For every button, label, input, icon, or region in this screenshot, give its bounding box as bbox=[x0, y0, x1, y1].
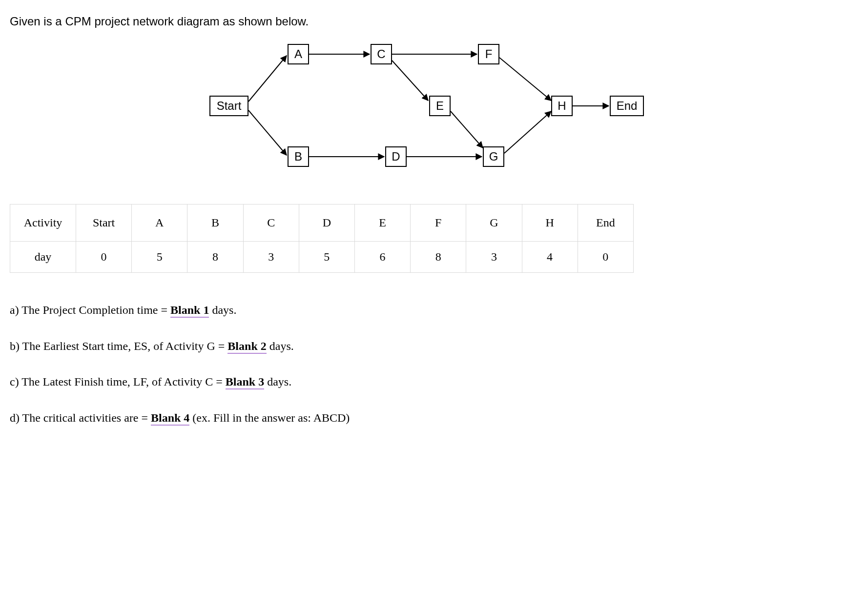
table-day-cell: 5 bbox=[299, 242, 354, 273]
blank-4[interactable]: Blank 4 bbox=[151, 411, 189, 426]
row-label-activity: Activity bbox=[10, 204, 76, 242]
node-h: H bbox=[551, 96, 573, 116]
table-header-cell: H bbox=[522, 204, 578, 242]
table-day-cell: 3 bbox=[243, 242, 299, 273]
table-day-cell: 5 bbox=[132, 242, 187, 273]
question-d-pre: d) The critical activities are = bbox=[10, 411, 151, 424]
node-c: C bbox=[371, 44, 392, 64]
table-day-cell: 8 bbox=[187, 242, 243, 273]
node-f: F bbox=[478, 44, 499, 64]
node-b: B bbox=[288, 146, 309, 167]
svg-line-7 bbox=[451, 111, 483, 148]
table-header-cell: A bbox=[132, 204, 187, 242]
blank-2[interactable]: Blank 2 bbox=[227, 340, 266, 354]
table-header-cell: E bbox=[354, 204, 410, 242]
table-header-cell: G bbox=[466, 204, 522, 242]
table-header-cell: B bbox=[187, 204, 243, 242]
svg-line-0 bbox=[248, 56, 287, 102]
svg-line-1 bbox=[248, 110, 287, 155]
table-header-cell: Start bbox=[76, 204, 132, 242]
table-header-cell: D bbox=[299, 204, 354, 242]
page: Given is a CPM project network diagram a… bbox=[0, 0, 868, 612]
questions: a) The Project Completion time = Blank 1… bbox=[10, 302, 858, 426]
node-start: Start bbox=[209, 96, 248, 116]
table-day-cell: 8 bbox=[411, 242, 466, 273]
question-c-post: days. bbox=[264, 375, 291, 388]
table-row: day 0 5 8 3 5 6 8 3 4 0 bbox=[10, 242, 634, 273]
question-a-post: days. bbox=[209, 304, 236, 316]
svg-line-9 bbox=[504, 111, 551, 153]
node-a: A bbox=[288, 44, 309, 64]
question-a: a) The Project Completion time = Blank 1… bbox=[10, 302, 858, 319]
table-header-cell: C bbox=[243, 204, 299, 242]
cpm-diagram: Start A B C D E F G H End bbox=[209, 38, 659, 184]
table-day-cell: 0 bbox=[578, 242, 633, 273]
table-header-cell: F bbox=[411, 204, 466, 242]
question-d-post: (ex. Fill in the answer as: ABCD) bbox=[189, 411, 350, 424]
intro-text: Given is a CPM project network diagram a… bbox=[10, 15, 858, 28]
svg-line-4 bbox=[392, 61, 428, 101]
activity-table: Activity Start A B C D E F G H End day 0… bbox=[10, 204, 634, 273]
table-day-cell: 4 bbox=[522, 242, 578, 273]
node-g: G bbox=[483, 146, 504, 167]
question-b-pre: b) The Earliest Start time, ES, of Activ… bbox=[10, 340, 227, 352]
question-b: b) The Earliest Start time, ES, of Activ… bbox=[10, 338, 858, 355]
table-row: Activity Start A B C D E F G H End bbox=[10, 204, 634, 242]
table-day-cell: 6 bbox=[354, 242, 410, 273]
diagram-container: Start A B C D E F G H End bbox=[10, 38, 858, 184]
question-b-post: days. bbox=[267, 340, 294, 352]
svg-line-8 bbox=[499, 58, 551, 101]
node-d: D bbox=[385, 146, 407, 167]
table-header-cell: End bbox=[578, 204, 633, 242]
question-c-pre: c) The Latest Finish time, LF, of Activi… bbox=[10, 375, 226, 388]
blank-1[interactable]: Blank 1 bbox=[170, 304, 209, 318]
row-label-day: day bbox=[10, 242, 76, 273]
table-day-cell: 0 bbox=[76, 242, 132, 273]
node-end: End bbox=[610, 96, 644, 116]
question-d: d) The critical activities are = Blank 4… bbox=[10, 410, 858, 427]
node-e: E bbox=[429, 96, 451, 116]
table-day-cell: 3 bbox=[466, 242, 522, 273]
question-c: c) The Latest Finish time, LF, of Activi… bbox=[10, 374, 858, 390]
blank-3[interactable]: Blank 3 bbox=[226, 375, 264, 389]
question-a-pre: a) The Project Completion time = bbox=[10, 304, 170, 316]
